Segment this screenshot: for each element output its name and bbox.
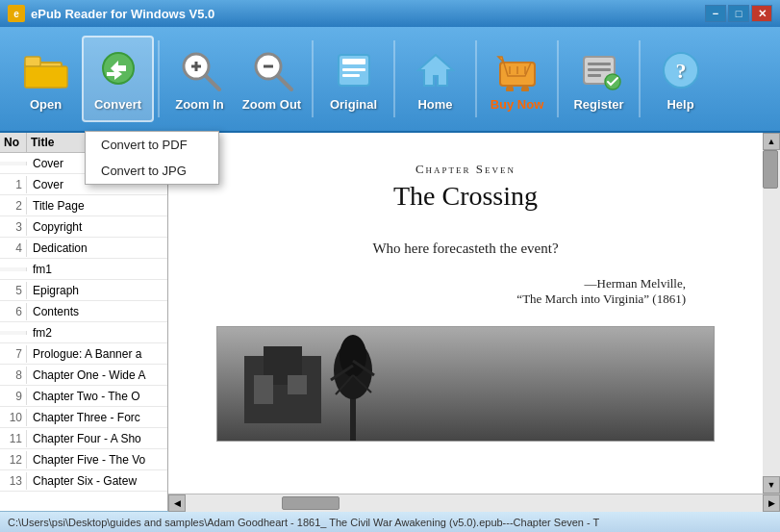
scroll-up-button[interactable]: ▲ [763,133,780,150]
scroll-thumb[interactable] [763,150,778,189]
svg-rect-33 [254,375,273,404]
svg-line-10 [278,76,291,89]
home-button[interactable]: Home [399,36,471,122]
scroll-left-button[interactable]: ◀ [168,494,186,512]
scroll-track[interactable] [763,150,780,476]
convert-to-jpg-item[interactable]: Convert to JPG [86,158,218,184]
h-scroll-track[interactable] [186,494,763,512]
home-label: Home [417,97,452,112]
register-button[interactable]: Register [563,36,635,122]
minimize-button[interactable]: − [705,5,726,22]
svg-rect-1 [25,57,40,66]
toc-row[interactable]: 11 Chapter Four - A Sho [0,428,167,449]
register-icon [576,47,622,93]
toc-panel: No Title Cover 1 Cover 2 Title Page 3 Co… [0,133,168,511]
original-button[interactable]: Original [317,36,390,122]
svg-rect-14 [342,74,360,77]
svg-rect-12 [342,59,365,64]
status-path: C:\Users\psi\Desktop\guides and samples\… [8,517,599,528]
help-label: Help [667,97,693,112]
title-bar: e ePub Reader for Windows V5.0 − □ ✕ [0,0,780,27]
chapter-image [216,326,715,442]
svg-text:?: ? [675,59,686,83]
toc-row[interactable]: 2 Title Page [0,195,167,216]
app-title: ePub Reader for Windows V5.0 [31,7,214,21]
buy-now-icon [494,47,541,93]
reader-content[interactable]: Chapter Seven The Crossing Who here fore… [168,133,763,494]
open-button[interactable]: Open [10,36,82,122]
vertical-scrollbar[interactable]: ▲ ▼ [763,133,780,494]
svg-rect-24 [588,68,611,71]
toc-row[interactable]: fm2 [0,322,167,343]
divider-3 [393,40,395,117]
attribution-line2: “The March into Virginia” (1861) [216,291,686,307]
attribution-line1: —Herman Melville, [216,276,686,291]
chapter-quote: Who here forecasteth the event? [216,241,715,257]
open-label: Open [30,97,62,112]
window-controls: − □ ✕ [705,5,772,22]
svg-marker-15 [418,55,453,86]
original-label: Original [330,97,377,112]
home-icon [413,47,459,93]
h-scroll-thumb[interactable] [282,496,340,510]
divider-5 [557,40,559,117]
horizontal-scrollbar[interactable]: ◀ ▶ [168,494,780,511]
svg-rect-23 [588,63,611,65]
convert-label: Convert [94,97,141,112]
toc-row[interactable]: 5 Epigraph [0,280,167,301]
divider-2 [312,40,314,117]
register-label: Register [573,97,623,112]
zoom-out-button[interactable]: Zoom Out [236,36,308,122]
svg-rect-13 [342,68,365,71]
scroll-right-button[interactable]: ▶ [763,494,780,512]
buy-now-label: Buy Now [491,97,544,112]
toc-row[interactable]: 4 Dedication [0,238,167,259]
svg-line-7 [206,76,219,89]
toc-row[interactable]: 10 Chapter Three - Forc [0,407,167,428]
toc-row[interactable]: 7 Prologue: A Banner a [0,343,167,365]
toc-row[interactable]: 9 Chapter Two - The O [0,386,167,407]
buy-now-button[interactable]: Buy Now [481,36,553,122]
help-icon: ? [658,47,704,93]
convert-button[interactable]: Convert [82,36,154,122]
toolbar: Open Convert Zoom In [0,27,780,133]
maximize-button[interactable]: □ [728,5,749,22]
svg-rect-2 [25,66,67,88]
convert-dropdown: Convert to PDF Convert to JPG [85,131,219,185]
chapter-attribution: —Herman Melville, “The March into Virgin… [216,276,715,307]
original-icon [331,47,377,93]
help-button[interactable]: ? Help [644,36,717,122]
svg-rect-25 [588,74,601,77]
app-icon: e [8,5,25,22]
chapter-title: The Crossing [216,181,715,212]
divider-1 [158,40,160,117]
zoom-out-icon [249,47,295,93]
zoom-out-label: Zoom Out [242,97,301,112]
scroll-down-button[interactable]: ▼ [763,476,780,494]
zoom-in-button[interactable]: Zoom In [164,36,236,122]
open-icon [23,47,69,93]
zoom-in-icon [177,47,223,93]
chapter-subtitle: Chapter Seven [216,162,715,177]
close-button[interactable]: ✕ [751,5,772,22]
toc-col-no: No [0,133,27,152]
svg-rect-34 [288,375,307,394]
zoom-in-label: Zoom In [175,97,224,112]
divider-6 [639,40,641,117]
main-content: No Title Cover 1 Cover 2 Title Page 3 Co… [0,133,780,511]
toc-row[interactable]: 8 Chapter One - Wide A [0,365,167,386]
toc-row[interactable]: fm1 [0,259,167,280]
toc-row[interactable]: 12 Chapter Five - The Vo [0,449,167,470]
status-bar: C:\Users\psi\Desktop\guides and samples\… [0,511,780,532]
convert-icon [95,47,141,93]
reader-panel: Chapter Seven The Crossing Who here fore… [168,133,780,511]
convert-to-pdf-item[interactable]: Convert to PDF [86,132,218,158]
toc-col-title: Title [27,133,58,152]
divider-4 [475,40,477,117]
toc-row[interactable]: 6 Contents [0,301,167,322]
toc-row[interactable]: 3 Copyright [0,216,167,238]
toc-row[interactable]: 13 Chapter Six - Gatew [0,470,167,492]
